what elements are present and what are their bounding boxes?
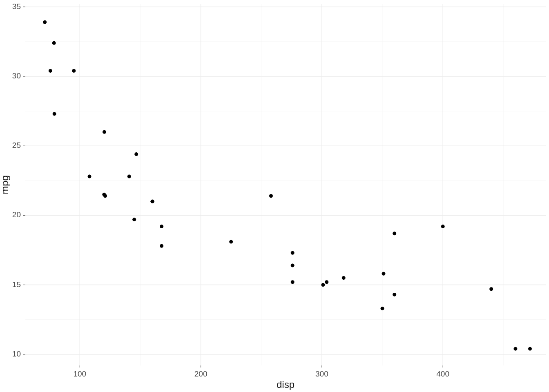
data-point xyxy=(53,112,56,116)
data-point xyxy=(321,283,325,287)
data-point xyxy=(393,293,396,296)
data-point xyxy=(43,20,47,24)
scatter-chart: 100200300400 101520253035 disp mpg xyxy=(0,0,549,392)
data-point xyxy=(132,218,136,221)
chart-svg: 100200300400 101520253035 disp mpg xyxy=(0,0,549,392)
y-tick-label: 35 xyxy=(12,2,21,11)
data-point xyxy=(393,232,396,235)
x-tick-label: 200 xyxy=(194,370,208,378)
y-tick-label: 30 xyxy=(12,71,21,80)
x-tick-label: 300 xyxy=(315,370,328,378)
data-point xyxy=(103,194,107,198)
x-tick-label: 400 xyxy=(436,370,449,378)
data-point xyxy=(269,194,273,198)
data-point xyxy=(513,347,517,351)
data-point xyxy=(88,175,92,178)
data-point xyxy=(134,152,138,156)
y-tick-label: 20 xyxy=(12,210,21,219)
data-point xyxy=(160,244,163,248)
y-axis-title: mpg xyxy=(0,175,10,194)
x-axis-ticks: 100200300400 xyxy=(73,365,449,378)
data-point xyxy=(229,240,233,244)
data-point xyxy=(151,200,154,203)
x-axis-title: disp xyxy=(277,379,295,390)
y-tick-label: 15 xyxy=(12,280,21,289)
data-point xyxy=(528,347,532,351)
data-point xyxy=(291,251,295,255)
y-axis-ticks: 101520253035 xyxy=(12,2,25,358)
data-point xyxy=(441,225,445,228)
y-tick-label: 25 xyxy=(12,141,21,149)
data-point xyxy=(127,175,131,178)
data-point xyxy=(72,69,76,73)
plot-panel xyxy=(25,4,546,365)
y-tick-label: 10 xyxy=(12,350,21,358)
data-point xyxy=(382,272,385,276)
data-point xyxy=(381,307,384,310)
x-tick-label: 100 xyxy=(73,370,86,378)
data-point xyxy=(49,69,52,73)
data-point xyxy=(291,263,295,267)
data-point xyxy=(291,280,295,284)
data-point xyxy=(160,225,163,228)
data-point xyxy=(52,41,56,45)
data-point xyxy=(325,280,328,284)
data-point xyxy=(103,130,106,134)
data-point xyxy=(342,276,346,280)
data-point xyxy=(489,287,493,291)
